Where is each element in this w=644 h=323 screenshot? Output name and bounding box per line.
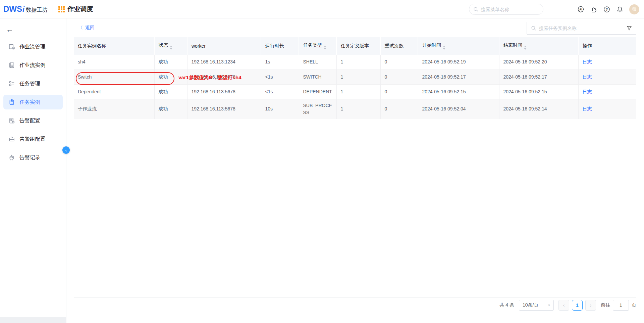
sidebar-item-label: 告警配置 [19, 117, 40, 124]
cell-version: 1 [336, 84, 380, 99]
cell-start: 2024-05-16 09:52:19 [418, 55, 499, 70]
cell-start: 2024-05-16 09:52:04 [418, 99, 499, 119]
back-link[interactable]: 〈 返回 [78, 25, 95, 31]
next-page-button[interactable]: › [585, 300, 596, 311]
column-header[interactable]: 状态 [154, 37, 187, 55]
column-header[interactable]: 开始时间 [418, 37, 499, 55]
status-badge: 成功 [154, 84, 187, 99]
filter-funnel-icon[interactable] [627, 26, 632, 31]
log-link[interactable]: 日志 [583, 89, 592, 94]
column-header[interactable]: 结束时间 [499, 37, 578, 55]
menu-search-input[interactable] [481, 7, 531, 12]
table-body: sh4成功192.168.16.113:12341sSHELL102024-05… [74, 55, 636, 119]
app-title-group: 作业调度 [58, 5, 93, 13]
sidebar-item-workflow-manage[interactable]: 作业流管理 [3, 39, 63, 54]
current-page-button[interactable]: 1 [572, 300, 583, 311]
logo-i: i [22, 5, 24, 14]
pagination: 共 4 条 10条/页 ▾ ‹ 1 › 前往 页 [74, 297, 636, 313]
cell-action: 日志 [578, 55, 636, 70]
sidebar-item-task-instance[interactable]: 任务实例 [3, 95, 63, 109]
cell-version: 1 [336, 70, 380, 84]
instance-search-input[interactable] [539, 26, 624, 31]
sidebar-item-alert-config[interactable]: 告警配置 [3, 113, 63, 128]
task-instance-table-zone: 任务实例名称状态worker运行时长任务类型任务定义版本重试次数开始时间结束时间… [74, 37, 636, 297]
page-title: 作业调度 [67, 5, 93, 13]
cell-name: sh4 [74, 55, 154, 70]
column-header-label: worker [192, 43, 206, 49]
sidebar-item-label: 任务管理 [19, 80, 40, 87]
cell-type: SWITCH [299, 70, 336, 84]
cell-worker: 192.168.16.113:5678 [187, 99, 261, 119]
logo-cn-text: 数据工坊 [26, 7, 47, 14]
column-header: worker [187, 37, 261, 55]
workflow-instance-icon [9, 62, 15, 68]
column-header[interactable]: 任务类型 [299, 37, 336, 55]
svg-text:?: ? [606, 7, 608, 11]
sidebar-item-alert-record[interactable]: 告警记录 [3, 150, 63, 165]
column-header: 操作 [578, 37, 636, 55]
log-link[interactable]: 日志 [583, 106, 592, 111]
sort-caret-icon[interactable] [324, 46, 326, 50]
column-header: 运行时长 [261, 37, 299, 55]
cell-action: 日志 [578, 99, 636, 119]
sidebar-item-label: 作业流管理 [19, 43, 46, 50]
search-icon [473, 7, 479, 12]
column-header: 任务定义版本 [336, 37, 380, 55]
sidebar-collapse-button[interactable]: ‹ [62, 146, 70, 154]
chevron-left-icon: 〈 [78, 25, 83, 31]
cell-worker: 192.168.16.113:5678 [187, 84, 261, 99]
instance-search-box[interactable] [527, 22, 636, 35]
cell-worker: 192.168.16.113:5678 [187, 70, 261, 84]
cell-name: Switch [74, 70, 154, 84]
sidebar-item-alert-group[interactable]: 告警组配置 [3, 132, 63, 146]
column-header-label: 任务实例名称 [78, 43, 106, 48]
plugin-puzzle-icon[interactable] [590, 6, 597, 13]
ai-assistant-icon[interactable]: AI [577, 6, 584, 13]
table-row: Dependent成功192.168.16.113:5678<1sDEPENDE… [74, 84, 636, 99]
table-row: Switch成功192.168.16.113:5678<1sSWITCH1020… [74, 70, 636, 84]
sidebar-bottom-strip [0, 317, 66, 323]
help-icon[interactable]: ? [603, 6, 610, 13]
logo-text: DWS [3, 4, 22, 14]
table-row: sh4成功192.168.16.113:12341sSHELL102024-05… [74, 55, 636, 70]
sort-caret-icon[interactable] [443, 46, 445, 50]
notification-bell-icon[interactable] [616, 6, 624, 13]
sidebar-item-label: 任务实例 [19, 99, 40, 106]
workflow-manage-icon [9, 44, 15, 50]
task-instance-icon [9, 99, 15, 105]
task-manage-icon [9, 81, 15, 87]
menu-search-box[interactable] [469, 4, 543, 15]
search-icon [531, 26, 536, 31]
alert-record-icon [9, 154, 15, 160]
pagination-total: 共 4 条 [499, 302, 514, 308]
log-link[interactable]: 日志 [583, 59, 592, 64]
cell-start: 2024-05-16 09:52:17 [418, 70, 499, 84]
cell-duration: <1s [261, 84, 299, 99]
chevron-down-icon: ▾ [548, 303, 550, 307]
log-link[interactable]: 日志 [583, 74, 592, 80]
user-avatar[interactable]: 租 [629, 4, 639, 14]
cell-start: 2024-05-16 09:52:15 [418, 84, 499, 99]
cell-duration: 1s [261, 55, 299, 70]
cell-duration: <1s [261, 70, 299, 84]
page-unit-label: 页 [632, 302, 636, 308]
sidebar-item-workflow-instance[interactable]: 作业流实例 [3, 58, 63, 73]
sort-caret-icon[interactable] [170, 46, 172, 50]
alert-group-icon [9, 136, 15, 142]
page-size-select[interactable]: 10条/页 ▾ [519, 300, 554, 311]
cell-version: 1 [336, 99, 380, 119]
sidebar-item-task-manage[interactable]: 任务管理 [3, 76, 63, 91]
sidebar-item-label: 告警记录 [19, 154, 40, 161]
status-badge: 成功 [154, 99, 187, 119]
sort-caret-icon[interactable] [524, 46, 527, 50]
cell-type: DEPENDENT [299, 84, 336, 99]
brand-logo[interactable]: DWSi 数据工坊 [3, 4, 47, 14]
cell-name: 子作业流 [74, 99, 154, 119]
prev-page-button[interactable]: ‹ [558, 300, 569, 311]
goto-page-input[interactable] [613, 300, 629, 311]
cell-version: 1 [336, 55, 380, 70]
column-header-label: 状态 [159, 42, 168, 48]
sidebar-back-arrow-icon[interactable]: ← [6, 26, 14, 33]
cell-name: Dependent [74, 84, 154, 99]
cell-end: 2024-05-16 09:52:17 [499, 70, 578, 84]
